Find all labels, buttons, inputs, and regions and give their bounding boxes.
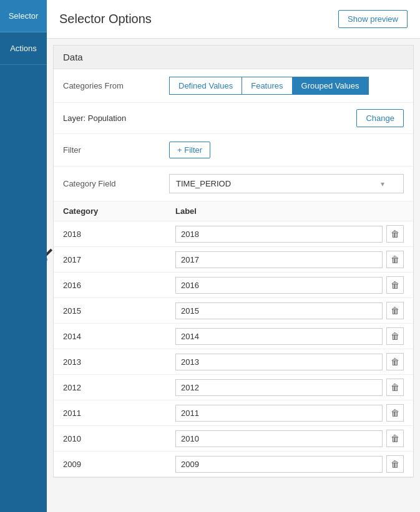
main-panel: Selector Options Show preview ↙ Data Cat…	[47, 0, 420, 512]
change-button[interactable]: Change	[356, 109, 404, 127]
row-category-value: 2015	[63, 306, 175, 316]
table-row: 2013🗑	[54, 349, 413, 375]
row-label-input[interactable]	[175, 328, 383, 345]
table-row: 2016🗑	[54, 273, 413, 298]
data-section: Data Categories From Defined Values Feat…	[53, 45, 414, 478]
row-label-input[interactable]	[175, 354, 383, 370]
content-area: ↙ Data Categories From Defined Values Fe…	[47, 39, 420, 512]
chevron-down-icon: ▾	[381, 180, 384, 188]
delete-row-button[interactable]: 🗑	[386, 225, 404, 243]
category-field-row: Category Field TIME_PERIOD ▾	[54, 167, 413, 201]
page-header: Selector Options Show preview	[47, 0, 420, 39]
arrow-decoration: ↙	[47, 244, 54, 264]
row-label-input[interactable]	[175, 430, 383, 447]
filter-row: Filter + Filter	[54, 134, 413, 167]
row-label-input[interactable]	[175, 456, 383, 473]
features-button[interactable]: Features	[242, 77, 292, 95]
row-label-input[interactable]	[175, 226, 383, 243]
categories-from-label: Categories From	[63, 81, 169, 90]
filter-label: Filter	[63, 145, 169, 155]
delete-row-button[interactable]: 🗑	[386, 251, 404, 268]
row-label-input[interactable]	[175, 405, 383, 422]
layer-row: Layer: Population Change	[54, 103, 413, 134]
delete-row-button[interactable]: 🗑	[386, 379, 404, 396]
section-header: Data	[54, 46, 413, 69]
show-preview-button[interactable]: Show preview	[338, 10, 408, 28]
category-field-value: TIME_PERIOD	[176, 179, 231, 188]
category-field-select-wrapper[interactable]: TIME_PERIOD ▾	[169, 174, 404, 193]
sidebar: Selector Actions	[0, 0, 47, 512]
row-label-input[interactable]	[175, 277, 383, 294]
table-row: 2011🗑	[54, 400, 413, 426]
column-header-category: Category	[63, 206, 175, 216]
row-category-value: 2016	[63, 281, 175, 290]
row-category-value: 2014	[63, 332, 175, 341]
table-row: 2018🗑	[54, 221, 413, 247]
table-row: 2009🗑	[54, 452, 413, 477]
row-label-input[interactable]	[175, 379, 383, 396]
page-title: Selector Options	[59, 12, 152, 26]
table-rows-container: 2018🗑2017🗑2016🗑2015🗑2014🗑2013🗑2012🗑2011🗑…	[54, 221, 413, 477]
table-header: Category Label	[54, 201, 413, 221]
add-filter-button[interactable]: + Filter	[169, 142, 210, 158]
delete-row-button[interactable]: 🗑	[386, 353, 404, 370]
delete-row-button[interactable]: 🗑	[386, 327, 404, 345]
row-category-value: 2018	[63, 229, 175, 239]
delete-row-button[interactable]: 🗑	[386, 276, 404, 294]
table-row: 2014🗑	[54, 324, 413, 349]
defined-values-button[interactable]: Defined Values	[169, 77, 242, 95]
grouped-values-button[interactable]: Grouped Values	[293, 77, 369, 95]
layer-label: Layer: Population	[63, 114, 126, 123]
table-row: 2015🗑	[54, 298, 413, 324]
table-row: 2012🗑	[54, 375, 413, 400]
row-category-value: 2011	[63, 408, 175, 418]
row-category-value: 2017	[63, 255, 175, 264]
column-header-label: Label	[175, 206, 404, 216]
row-category-value: 2013	[63, 357, 175, 367]
row-category-value: 2012	[63, 383, 175, 392]
row-label-input[interactable]	[175, 251, 383, 268]
category-field-select[interactable]: TIME_PERIOD ▾	[169, 174, 404, 193]
categories-from-group: Defined Values Features Grouped Values	[169, 77, 369, 95]
sidebar-item-actions[interactable]: Actions	[0, 32, 47, 65]
row-label-input[interactable]	[175, 302, 383, 319]
table-row: 2017🗑	[54, 247, 413, 273]
delete-row-button[interactable]: 🗑	[386, 455, 404, 473]
row-category-value: 2009	[63, 460, 175, 469]
row-category-value: 2010	[63, 434, 175, 443]
delete-row-button[interactable]: 🗑	[386, 430, 404, 447]
table-row: 2010🗑	[54, 426, 413, 452]
sidebar-item-selector[interactable]: Selector	[0, 0, 47, 32]
delete-row-button[interactable]: 🗑	[386, 404, 404, 422]
delete-row-button[interactable]: 🗑	[386, 302, 404, 319]
category-table: Category Label 2018🗑2017🗑2016🗑2015🗑2014🗑…	[54, 201, 413, 477]
categories-from-row: Categories From Defined Values Features …	[54, 69, 413, 103]
category-field-label: Category Field	[63, 179, 169, 188]
